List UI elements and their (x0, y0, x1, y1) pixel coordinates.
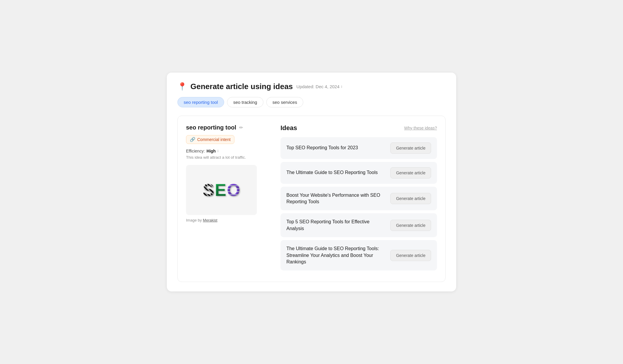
idea-text-1: Top SEO Reporting Tools for 2023 (286, 145, 384, 151)
idea-text-3: Boost Your Website's Performance with SE… (286, 192, 384, 205)
idea-row: Top 5 SEO Reporting Tools for Effective … (280, 213, 437, 237)
tab-seo-tracking[interactable]: seo tracking (227, 97, 263, 107)
keyword-title-row: seo reporting tool ✏ (186, 124, 269, 131)
why-ideas-link[interactable]: Why these ideas? (404, 126, 437, 130)
intent-badge: 🔗 Commercial intent (186, 135, 234, 144)
efficiency-info-icon[interactable]: i (218, 149, 218, 153)
idea-row: The Ultimate Guide to SEO Reporting Tool… (280, 240, 437, 270)
updated-text: Updated: Dec 4, 2024 (296, 84, 340, 89)
image-credit-link[interactable]: Merakist (203, 218, 217, 222)
updated-label: Updated: Dec 4, 2024 i (296, 84, 342, 89)
page-container: 📍 Generate article using ideas Updated: … (167, 73, 456, 292)
tab-seo-reporting-tool[interactable]: seo reporting tool (177, 97, 224, 107)
left-panel: seo reporting tool ✏ 🔗 Commercial intent… (186, 124, 269, 274)
header-info-icon[interactable]: i (341, 84, 342, 89)
right-panel: Ideas Why these ideas? Top SEO Reporting… (280, 124, 437, 274)
intent-badge-icon: 🔗 (190, 137, 195, 142)
generate-article-button-5[interactable]: Generate article (390, 250, 431, 261)
letter-e: E (215, 180, 226, 200)
ideas-header: Ideas Why these ideas? (280, 124, 437, 132)
idea-row: The Ultimate Guide to SEO Reporting Tool… (280, 162, 437, 184)
idea-text-2: The Ultimate Guide to SEO Reporting Tool… (286, 169, 384, 176)
efficiency-label: Efficiency: (186, 149, 205, 153)
idea-text-5: The Ultimate Guide to SEO Reporting Tool… (286, 245, 384, 265)
image-credit-prefix: Image by (186, 218, 202, 222)
generate-article-button-4[interactable]: Generate article (390, 220, 431, 231)
edit-icon[interactable]: ✏ (239, 125, 243, 130)
efficiency-value: High (207, 149, 216, 153)
tabs-row: seo reporting toolseo trackingseo servic… (177, 97, 446, 107)
content-card: seo reporting tool ✏ 🔗 Commercial intent… (177, 116, 446, 282)
page-title: Generate article using ideas (190, 82, 293, 91)
efficiency-row: Efficiency: High i (186, 149, 269, 153)
keyword-title: seo reporting tool (186, 124, 236, 131)
idea-text-4: Top 5 SEO Reporting Tools for Effective … (286, 219, 384, 232)
generate-article-button-2[interactable]: Generate article (390, 167, 431, 178)
letter-o: O (227, 180, 240, 200)
idea-row: Top SEO Reporting Tools for 2023Generate… (280, 137, 437, 159)
ideas-list: Top SEO Reporting Tools for 2023Generate… (280, 137, 437, 271)
intent-badge-label: Commercial intent (197, 137, 231, 142)
header: 📍 Generate article using ideas Updated: … (177, 82, 446, 91)
letter-s: S (203, 180, 214, 200)
tab-seo-services[interactable]: seo services (266, 97, 303, 107)
generate-article-button-1[interactable]: Generate article (390, 142, 431, 154)
seo-letters: S E O (203, 180, 240, 200)
idea-row: Boost Your Website's Performance with SE… (280, 187, 437, 211)
header-icon: 📍 (177, 82, 187, 91)
seo-image: S E O (186, 165, 257, 215)
ideas-title: Ideas (280, 124, 297, 132)
generate-article-button-3[interactable]: Generate article (390, 193, 431, 204)
efficiency-desc: This idea will attract a lot of traffic. (186, 155, 269, 160)
image-credit: Image by Merakist (186, 218, 269, 222)
